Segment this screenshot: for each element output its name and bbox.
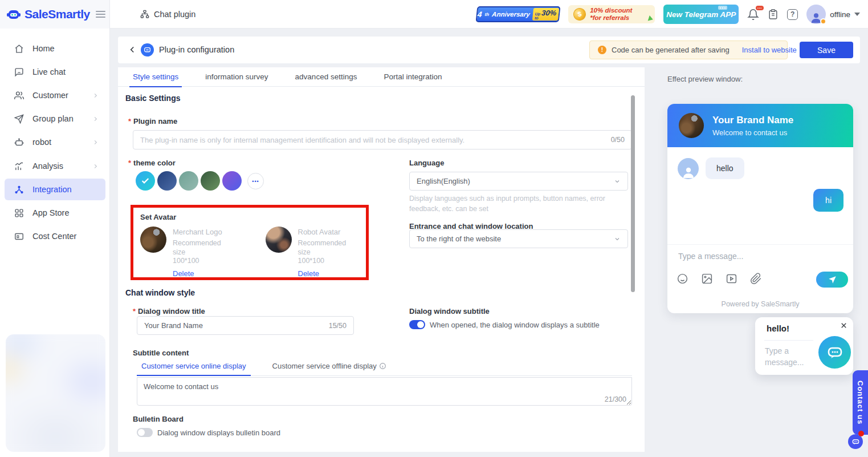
robot-avatar-delete-link[interactable]: Delete (298, 269, 360, 278)
dialog-subtitle-label: Dialog window subtitle (409, 307, 490, 316)
language-select[interactable]: English(English) (409, 172, 628, 191)
sidebar-item-live-chat[interactable]: Live chat (5, 61, 105, 83)
help-icon[interactable]: ? (787, 9, 798, 20)
subtitle-subtabs: Customer service online display Customer… (137, 362, 632, 376)
paper-plane-icon (14, 114, 24, 124)
telegram-app-banner[interactable]: New Telegram APP (663, 5, 739, 24)
preview-brand-subtitle: Welcome to contact us (712, 128, 793, 137)
video-icon[interactable] (726, 273, 737, 285)
image-icon[interactable] (701, 273, 713, 285)
bulletin-toggle[interactable] (137, 428, 153, 437)
back-button[interactable] (127, 45, 137, 55)
settings-tabs: Style settings information survey advanc… (118, 67, 645, 87)
greeting-popup: hello! Type a message... (755, 317, 853, 375)
preview-toolbar (677, 273, 762, 285)
app-root: SaleSmartly Chat plugin 4th Anniversary … (0, 0, 868, 457)
user-menu[interactable]: offline (806, 5, 860, 24)
save-notice: ! Code can be generated after saving Ins… (589, 41, 788, 59)
tasks-clipboard-icon[interactable] (768, 9, 779, 20)
status-dot (820, 18, 826, 25)
chevron-right-icon (92, 116, 99, 122)
sidebar-item-analysis[interactable]: Analysis (5, 155, 105, 177)
subtab-online-display[interactable]: Customer service online display (137, 362, 251, 375)
sidebar-item-customer[interactable]: Customer (5, 84, 105, 106)
sidebar-item-home[interactable]: Home (5, 38, 105, 59)
sidebar-item-integration[interactable]: Integration (5, 179, 105, 200)
merchant-logo-image[interactable] (140, 227, 166, 253)
language-label: Language (409, 159, 444, 167)
preview-brand-avatar (679, 113, 704, 138)
telegram-banner-text: New Telegram APP (666, 10, 736, 19)
language-value: English(English) (417, 177, 470, 185)
save-button[interactable]: Save (800, 42, 853, 58)
preview-brand-title: Your Brand Name (712, 115, 793, 126)
panel-scrollbar[interactable] (631, 95, 635, 292)
sidebar-item-app-store[interactable]: App Store (5, 202, 105, 224)
send-button[interactable] (816, 272, 848, 288)
tab-information-survey[interactable]: information survey (205, 67, 268, 87)
dialog-subtitle-toggle-row: When opened, the dialog window displays … (409, 320, 600, 329)
bulletin-toggle-row: Dialog window displays bulletin board (137, 428, 280, 437)
check-icon (141, 176, 150, 185)
referral-discount-banner[interactable]: $ 10% discount *for referrals (568, 5, 655, 23)
merchant-logo-hint: Recommended size 100*100 (173, 239, 234, 266)
dialog-subtitle-toggle[interactable] (409, 320, 425, 329)
basic-settings-title: Basic Settings (125, 94, 180, 103)
dialog-title-field: 15/50 (137, 316, 354, 335)
subtitle-textarea[interactable]: Welcome to contact us (137, 378, 631, 405)
chevron-down-icon (614, 236, 621, 242)
hamburger-menu-icon[interactable] (96, 11, 105, 18)
tab-portal-integration[interactable]: Portal integration (384, 67, 442, 87)
tab-advanced-settings[interactable]: advanced settings (295, 67, 357, 87)
dialog-title-input[interactable] (144, 321, 324, 330)
theme-swatch-cyan[interactable] (136, 171, 155, 191)
greeting-text: hello! (767, 323, 789, 333)
more-colors-button[interactable]: ••• (247, 173, 264, 189)
analytics-chart-icon (14, 161, 24, 171)
anniversary-banner[interactable]: 4th Anniversary Up to 30% (476, 6, 561, 22)
plugin-name-input[interactable] (140, 136, 606, 144)
set-avatar-label: Set Avatar (140, 213, 359, 221)
user-status-label: offline (830, 10, 850, 19)
bulletin-toggle-text: Dialog window displays bulletin board (157, 428, 280, 437)
subtab-offline-display[interactable]: Customer service offline display (268, 362, 391, 375)
theme-swatch-navy[interactable] (157, 171, 177, 191)
theme-swatch-sage[interactable] (179, 171, 198, 191)
anniversary-number: 4 (477, 10, 482, 19)
contact-us-tab[interactable]: Contact us (853, 370, 868, 435)
incoming-message-row: hello (678, 157, 744, 179)
warning-icon: ! (598, 46, 606, 54)
language-help-text: Display languages such as input prompts,… (409, 194, 631, 214)
avatar-row: Merchant Logo Recommended size 100*100 D… (140, 227, 359, 278)
effect-preview-label: Effect preview window: (667, 75, 743, 83)
location-select[interactable]: To the right of the website (409, 229, 628, 248)
merchant-logo-name: Merchant Logo (173, 228, 234, 236)
close-icon[interactable] (840, 321, 848, 330)
popup-message-input[interactable]: Type a message... (765, 345, 812, 369)
sidebar-item-robot[interactable]: robot (5, 131, 105, 153)
chat-window-style-title: Chat window style (125, 288, 195, 297)
anniversary-badge: Up to 30% (532, 8, 560, 21)
robot-avatar-image[interactable] (266, 227, 292, 253)
chevron-down-icon (614, 178, 621, 185)
theme-swatch-purple[interactable] (222, 171, 242, 191)
notifications-bell-icon[interactable]: ••• (747, 9, 759, 21)
chevron-right-icon (92, 139, 99, 145)
attachment-icon[interactable] (750, 273, 762, 285)
subtitle-textarea-wrap: Welcome to contact us 21/300 (137, 377, 632, 406)
merchant-logo-delete-link[interactable]: Delete (173, 269, 234, 278)
emoji-icon[interactable] (677, 273, 688, 285)
anniversary-ordinal: th (484, 12, 490, 17)
settings-panel: Style settings information survey advanc… (118, 67, 645, 452)
preview-message-input[interactable]: Type a message... (678, 252, 743, 261)
tab-style-settings[interactable]: Style settings (133, 67, 178, 87)
subtitle-counter: 21/300 (605, 395, 626, 403)
coin-icon: $ (572, 7, 587, 22)
sidebar-item-group-plan[interactable]: Group plan (5, 108, 105, 130)
theme-swatch-green[interactable] (201, 171, 220, 191)
chevron-right-icon (92, 163, 99, 169)
chat-launcher-button[interactable] (818, 336, 851, 369)
install-to-website-link[interactable]: Install to website (742, 46, 797, 54)
sidebar-item-cost-center[interactable]: Cost Center (5, 225, 105, 247)
info-icon[interactable] (379, 362, 386, 370)
